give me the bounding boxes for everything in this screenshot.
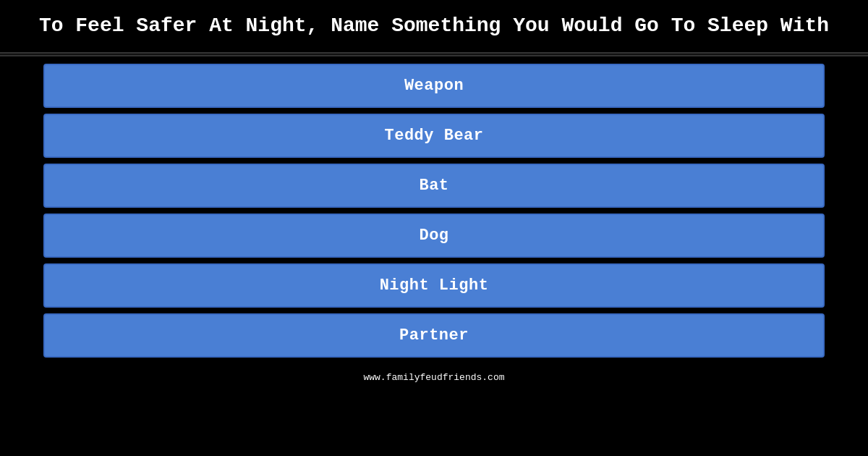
question-title: To Feel Safer At Night, Name Something Y… — [29, 13, 839, 39]
answer-label-2: Teddy Bear — [384, 127, 483, 145]
answer-row-3[interactable]: Bat — [43, 164, 825, 208]
answer-label-3: Bat — [419, 177, 448, 195]
header: To Feel Safer At Night, Name Something Y… — [0, 0, 868, 52]
answer-label-4: Dog — [419, 227, 448, 245]
footer-text: www.familyfeudfriends.com — [363, 372, 504, 383]
answer-row-2[interactable]: Teddy Bear — [43, 114, 825, 158]
answer-row-6[interactable]: Partner — [43, 313, 825, 358]
answer-row-5[interactable]: Night Light — [43, 263, 825, 308]
answers-container: Weapon Teddy Bear Bat Dog Night Light Pa… — [0, 56, 868, 365]
answer-row-1[interactable]: Weapon — [43, 64, 825, 108]
answer-label-1: Weapon — [404, 77, 464, 95]
answer-label-5: Night Light — [380, 276, 489, 295]
answer-label-6: Partner — [399, 326, 469, 345]
footer: www.familyfeudfriends.com — [0, 365, 868, 389]
answer-row-4[interactable]: Dog — [43, 214, 825, 258]
